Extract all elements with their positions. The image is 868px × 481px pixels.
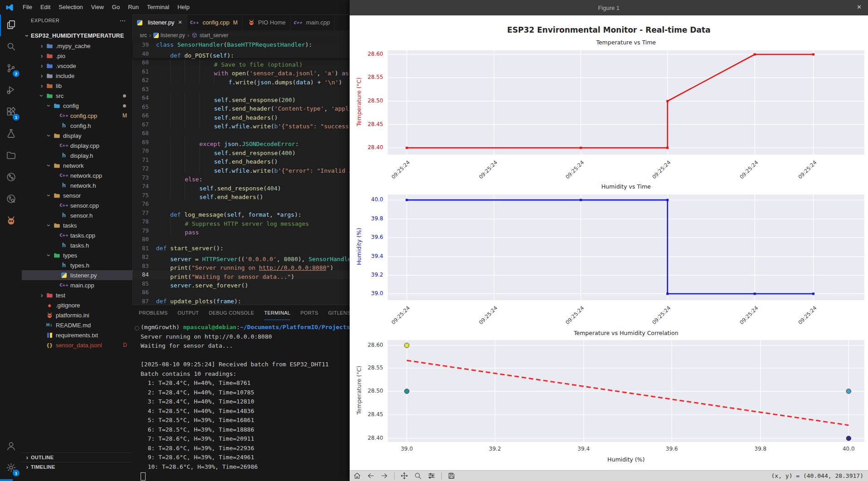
- activity-project-manager[interactable]: [0, 145, 22, 167]
- line-number: 60: [132, 59, 156, 66]
- panel-tab-gitlens[interactable]: GITLENS: [328, 305, 351, 320]
- git-file-icon: ◆: [46, 301, 53, 309]
- x-tick-label: 09:25:24: [564, 305, 585, 326]
- tree-item-sensor[interactable]: ›sensor: [22, 190, 132, 200]
- panel-tab-problems[interactable]: PROBLEMS: [139, 305, 168, 320]
- item-label: network.cpp: [70, 172, 102, 179]
- activity-testing[interactable]: [0, 123, 22, 145]
- timeline-section[interactable]: ›TIMELINE: [22, 462, 132, 471]
- chevron-down-icon: ›: [39, 92, 45, 99]
- activity-accounts[interactable]: [0, 436, 22, 457]
- tree-item-tasks-cpp[interactable]: C++tasks.cpp: [22, 230, 132, 240]
- menu-help[interactable]: Help: [173, 0, 194, 15]
- tree-item-sensor-data-jsonl[interactable]: {}sensor_data.jsonlD: [22, 340, 132, 350]
- item-label: sensor.cpp: [70, 202, 99, 209]
- tree-item-network-h[interactable]: hnetwork.h: [22, 180, 132, 190]
- tab-listener-py[interactable]: listener.py✕: [132, 15, 187, 30]
- explorer-actions-icon[interactable]: ⋯: [120, 17, 126, 24]
- tree-item-network[interactable]: ›network: [22, 160, 132, 170]
- tree-root-folder[interactable]: ›ESP32_HUMIDITYTEMPERATURE: [22, 31, 132, 41]
- tree-item-tasks-h[interactable]: htasks.h: [22, 240, 132, 250]
- git-status-badge: M: [122, 112, 127, 119]
- plot-area-3[interactable]: [388, 340, 864, 442]
- activity-settings[interactable]: 1: [0, 457, 22, 479]
- breadcrumb-item[interactable]: start_server: [200, 32, 228, 39]
- plot-area-2[interactable]: [388, 194, 864, 300]
- item-label: config.cpp: [70, 112, 97, 119]
- line-content: def start_server():: [156, 245, 224, 252]
- md-file-icon: M↓: [45, 321, 54, 329]
- outline-section[interactable]: ›OUTLINE: [22, 452, 132, 462]
- panel-tab-terminal[interactable]: TERMINAL: [264, 305, 290, 320]
- back-icon[interactable]: [367, 472, 375, 480]
- figure-titlebar[interactable]: Figure 1 ✕: [350, 0, 868, 15]
- activity-explorer[interactable]: [0, 15, 22, 36]
- tab-pio-home[interactable]: PIO Home: [243, 15, 291, 30]
- menu-view[interactable]: View: [87, 0, 108, 15]
- zoom-tool-icon[interactable]: [414, 472, 422, 480]
- tree-item--pio[interactable]: ›.pio: [22, 51, 132, 61]
- panel-tab-ports[interactable]: PORTS: [300, 305, 318, 320]
- forward-icon[interactable]: [380, 472, 388, 480]
- activity-search[interactable]: [0, 36, 22, 58]
- tree-item-config-cpp[interactable]: C++config.cppM: [22, 111, 132, 121]
- pan-icon[interactable]: [400, 472, 408, 480]
- tree-item-main-cpp[interactable]: C++main.cpp: [22, 280, 132, 290]
- activity-platformio[interactable]: [0, 210, 22, 232]
- tree-item-config[interactable]: ›config: [22, 101, 132, 111]
- sliders-icon[interactable]: [428, 472, 435, 480]
- chevron-right-icon: ›: [38, 73, 45, 79]
- tab-main-cpp[interactable]: C++main.cpp: [291, 15, 335, 30]
- activity-gitlens[interactable]: [0, 189, 22, 210]
- tree-item-listener-py[interactable]: listener.py: [22, 270, 132, 280]
- tree-item-requirements-txt[interactable]: requirements.txt: [22, 330, 132, 340]
- tab-config-cpp[interactable]: C++config.cppM: [187, 15, 243, 30]
- y-tick-label: 28.45: [355, 411, 383, 418]
- tree-item-sensor-cpp[interactable]: C++sensor.cpp: [22, 200, 132, 210]
- tree-item-test[interactable]: ›test: [22, 290, 132, 300]
- menu-terminal[interactable]: Terminal: [143, 0, 173, 15]
- tree-item-include[interactable]: ›include: [22, 71, 132, 81]
- item-label: sensor.h: [70, 212, 93, 219]
- y-axis-label-2: Humidity (%): [356, 192, 362, 301]
- panel-tab-debug-console[interactable]: DEBUG CONSOLE: [209, 305, 254, 320]
- close-icon[interactable]: ✕: [178, 19, 182, 25]
- tree-item--vscode[interactable]: ›.vscode: [22, 61, 132, 71]
- tree-item-display-cpp[interactable]: C++display.cpp: [22, 141, 132, 151]
- activity-git-graph[interactable]: [0, 167, 22, 189]
- tree-item-display-h[interactable]: hdisplay.h: [22, 151, 132, 160]
- tree-item-lib[interactable]: ›lib: [22, 81, 132, 91]
- tree-item-network-cpp[interactable]: C++network.cpp: [22, 170, 132, 180]
- tree-item-tasks[interactable]: ›tasks: [22, 220, 132, 230]
- ant-file-icon: [45, 312, 54, 319]
- tree-item-types-h[interactable]: htypes.h: [22, 260, 132, 270]
- menu-go[interactable]: Go: [108, 0, 124, 15]
- tree-item-types[interactable]: ›types: [22, 250, 132, 260]
- plot-area-1[interactable]: [388, 50, 864, 155]
- tree-item-config-h[interactable]: hconfig.h: [22, 121, 132, 131]
- line-content: pass: [156, 225, 199, 236]
- menu-run[interactable]: Run: [124, 0, 143, 15]
- breadcrumb-item[interactable]: src: [140, 32, 147, 39]
- save-icon[interactable]: [448, 472, 455, 480]
- panel-tab-output[interactable]: OUTPUT: [178, 305, 199, 320]
- menu-edit[interactable]: Edit: [36, 0, 54, 15]
- y-tick-label: 28.50: [355, 388, 383, 394]
- tree-item--mypy-cache[interactable]: ›.mypy_cache: [22, 41, 132, 51]
- activity-source-control[interactable]: 2: [0, 58, 22, 80]
- activity-run-and-debug[interactable]: [0, 80, 22, 102]
- menu-selection[interactable]: Selection: [54, 0, 87, 15]
- tree-item--gitignore[interactable]: ◆.gitignore: [22, 300, 132, 310]
- menu-file[interactable]: File: [19, 0, 36, 15]
- tree-item-platformio-ini[interactable]: platformio.ini: [22, 310, 132, 320]
- tree-item-sensor-h[interactable]: hsensor.h: [22, 210, 132, 220]
- home-icon[interactable]: [353, 472, 361, 480]
- tree-item-src[interactable]: ›src: [22, 91, 132, 101]
- gitlens-icon: [6, 194, 16, 206]
- close-icon[interactable]: ✕: [857, 4, 862, 10]
- breadcrumb-item[interactable]: listener.py: [161, 32, 185, 39]
- activity-extensions[interactable]: 1: [0, 102, 22, 123]
- item-label: lib: [56, 83, 62, 89]
- tree-item-display[interactable]: ›display: [22, 131, 132, 141]
- tree-item-readme-md[interactable]: M↓README.md: [22, 320, 132, 330]
